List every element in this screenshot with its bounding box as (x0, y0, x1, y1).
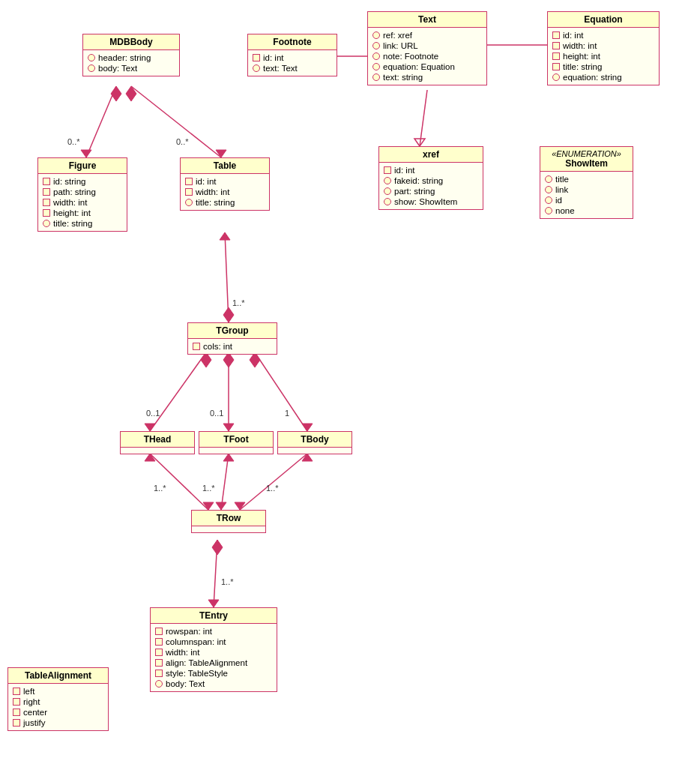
class-trow-body (192, 526, 265, 532)
class-figure-title: Figure (38, 158, 127, 174)
mult-table: 0..* (176, 137, 189, 146)
square-icon (155, 638, 163, 646)
circle-icon (155, 680, 163, 688)
square-icon (43, 188, 50, 196)
class-tablealignment-body: left right center justify (8, 684, 108, 730)
svg-marker-17 (223, 352, 234, 367)
svg-line-22 (150, 454, 208, 510)
svg-marker-1 (111, 86, 121, 101)
class-trow: TRow (191, 510, 266, 533)
class-footnote: Footnote id: int text: Text (247, 34, 337, 76)
svg-marker-11 (223, 307, 234, 322)
svg-marker-26 (223, 454, 234, 461)
footnote-label: Footnote (273, 37, 311, 47)
circle-icon (88, 64, 95, 72)
square-icon (384, 166, 391, 174)
class-trow-title: TRow (192, 511, 265, 526)
square-icon (155, 670, 163, 677)
circle-icon (372, 42, 380, 49)
square-icon (552, 42, 560, 49)
circle-icon (545, 196, 552, 204)
class-footnote-body: id: int text: Text (248, 50, 337, 76)
square-icon (253, 54, 260, 61)
class-tbody-body (278, 448, 351, 454)
tentry-label: TEntry (199, 610, 228, 621)
circle-icon (372, 52, 380, 60)
equation-label: Equation (584, 14, 622, 25)
circle-icon (253, 64, 260, 72)
square-icon (552, 63, 560, 70)
circle-icon (185, 199, 193, 206)
svg-line-10 (225, 232, 229, 322)
class-tgroup-title: TGroup (188, 323, 277, 339)
trow-label: TRow (217, 513, 241, 523)
class-table: Table id: int width: int title: string (180, 157, 270, 211)
class-mdbody: MDBBody header: string body: Text (82, 34, 180, 76)
class-tfoot: TFoot (199, 431, 274, 454)
class-showitem: «ENUMERATION» ShowItem title link id non… (540, 146, 633, 219)
class-tentry: TEntry rowspan: int columnspan: int widt… (150, 607, 277, 692)
class-tfoot-title: TFoot (199, 432, 273, 448)
tgroup-label: TGroup (216, 325, 248, 336)
square-icon (155, 659, 163, 667)
svg-marker-21 (302, 424, 313, 431)
class-footnote-title: Footnote (248, 34, 337, 50)
table-label: Table (214, 160, 236, 171)
square-icon (13, 719, 20, 727)
svg-marker-5 (216, 150, 226, 157)
class-equation: Equation id: int width: int height: int … (547, 11, 660, 85)
class-mdbody-title: MDBBody (83, 34, 179, 50)
svg-marker-14 (201, 352, 211, 367)
svg-line-31 (214, 540, 217, 607)
square-icon (13, 688, 20, 695)
svg-line-19 (255, 352, 307, 431)
class-equation-title: Equation (548, 12, 659, 28)
class-text-title: Text (368, 12, 486, 28)
tfoot-label: TFoot (223, 434, 248, 445)
mdbody-attr-2: body: Text (88, 63, 175, 73)
circle-icon (545, 175, 552, 183)
diagram-container: 0..* 0..* 1..* 0..1 0..1 1 1..* 1..* 1..… (0, 0, 700, 779)
class-tentry-title: TEntry (151, 608, 277, 624)
mult-tgroup: 1..* (232, 298, 245, 307)
svg-line-6 (420, 90, 427, 146)
svg-marker-23 (145, 454, 155, 461)
class-xref: xref id: int fakeid: string part: string… (378, 146, 483, 210)
svg-marker-30 (235, 502, 245, 510)
class-table-title: Table (181, 158, 269, 174)
square-icon (13, 709, 20, 716)
tbody-label: TBody (301, 434, 328, 445)
mult-tentry: 1..* (221, 577, 234, 586)
mdbody-attr-1: header: string (88, 52, 175, 63)
svg-line-3 (131, 86, 221, 157)
svg-marker-20 (250, 352, 260, 367)
showitem-label: ShowItem (565, 158, 608, 169)
class-figure-body: id: string path: string width: int heigh… (38, 174, 127, 231)
class-thead-body (121, 448, 194, 454)
svg-marker-15 (145, 424, 155, 431)
svg-marker-7 (414, 139, 425, 146)
square-icon (185, 178, 193, 185)
square-icon (13, 698, 20, 706)
connectors-svg (0, 0, 700, 779)
svg-marker-18 (223, 424, 234, 431)
class-tfoot-body (199, 448, 273, 454)
text-label: Text (418, 14, 436, 25)
mult-figure: 0..* (67, 137, 80, 146)
square-icon (193, 343, 200, 350)
class-figure: Figure id: string path: string width: in… (37, 157, 127, 232)
svg-marker-4 (126, 86, 136, 101)
class-text: Text ref: xref link: URL note: Footnote … (367, 11, 487, 85)
class-thead-title: THead (121, 432, 194, 448)
circle-icon (384, 177, 391, 184)
class-equation-body: id: int width: int height: int title: st… (548, 28, 659, 85)
svg-marker-29 (302, 454, 313, 461)
square-icon (552, 52, 560, 60)
class-mdbody-body: header: string body: Text (83, 50, 179, 76)
circle-icon (552, 73, 560, 81)
svg-line-28 (240, 454, 307, 510)
circle-icon (372, 31, 380, 39)
svg-marker-32 (212, 540, 223, 555)
circle-icon (545, 186, 552, 193)
class-text-body: ref: xref link: URL note: Footnote equat… (368, 28, 486, 85)
